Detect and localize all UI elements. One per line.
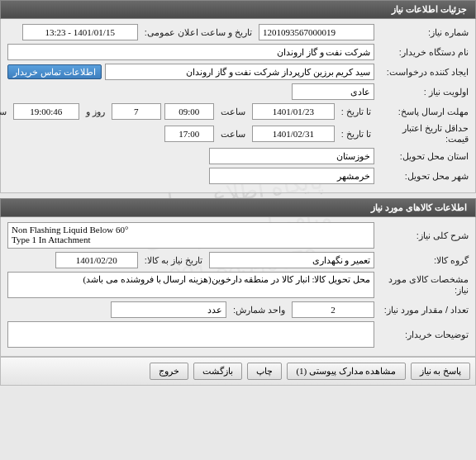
- panel-need-details: جزئیات اطلاعات نیاز شماره نیاز: تاریخ و …: [0, 0, 476, 193]
- deadline-time-field[interactable]: [164, 103, 214, 120]
- spec-field[interactable]: [7, 272, 374, 298]
- attachments-button[interactable]: مشاهده مدارک پیوستی (1): [287, 363, 405, 380]
- until-label-1: تا تاریخ :: [338, 107, 374, 117]
- announce-label: تاریخ و ساعت اعلان عمومی:: [141, 27, 255, 38]
- need-date-field[interactable]: [55, 252, 138, 268]
- panel-items: اطلاعات کالاهای مورد نیاز شرح کلی نیاز: …: [0, 198, 476, 357]
- desc-label: شرح کلی نیاز:: [378, 230, 469, 241]
- need-date-label: تاریخ نیاز به کالا:: [141, 255, 206, 266]
- group-label: گروه کالا:: [378, 255, 469, 266]
- validity-date-field[interactable]: [252, 126, 335, 142]
- buyer-field[interactable]: [7, 44, 374, 60]
- group-field[interactable]: [209, 252, 374, 268]
- priority-field[interactable]: [292, 83, 374, 100]
- city-field[interactable]: [209, 168, 374, 184]
- notes-label: توضیحات خریدار:: [378, 330, 469, 340]
- countdown-field: [13, 103, 79, 120]
- unit-label: واحد شمارش:: [230, 305, 288, 315]
- creator-field[interactable]: [105, 64, 374, 80]
- panel1-title: جزئیات اطلاعات نیاز: [0, 0, 476, 19]
- need-no-field[interactable]: [259, 24, 374, 40]
- respond-button[interactable]: پاسخ به نیاز: [411, 363, 471, 380]
- until-label-2: تا تاریخ :: [338, 129, 374, 140]
- validity-time-field[interactable]: [164, 126, 214, 142]
- validity-label: حداقل تاریخ اعتبار قیمت:: [378, 123, 469, 145]
- time-label-2: ساعت: [217, 129, 249, 140]
- deadline-date-field[interactable]: [252, 103, 335, 120]
- creator-label: ایجاد کننده درخواست:: [378, 67, 469, 78]
- qty-field[interactable]: [292, 301, 374, 318]
- buyer-label: نام دستگاه خریدار:: [378, 47, 469, 58]
- priority-label: اولویت نیاز :: [378, 87, 469, 97]
- deadline-label: مهلت ارسال پاسخ:: [378, 107, 469, 117]
- notes-field[interactable]: [7, 321, 374, 348]
- qty-label: تعداد / مقدار مورد نیاز:: [378, 305, 469, 315]
- contact-buyer-button[interactable]: اطلاعات تماس خریدار: [7, 64, 102, 79]
- unit-field[interactable]: [111, 301, 226, 318]
- need-no-label: شماره نیاز:: [378, 27, 469, 38]
- panel2-title: اطلاعات کالاهای مورد نیاز: [0, 198, 476, 217]
- days-label: روز و: [83, 107, 108, 117]
- desc-field[interactable]: [7, 222, 374, 249]
- spec-label: مشخصات کالای مورد نیاز:: [378, 274, 469, 296]
- footer-toolbar: پاسخ به نیاز مشاهده مدارک پیوستی (1) چاپ…: [0, 357, 476, 386]
- time-label-1: ساعت: [217, 107, 249, 117]
- remain-label: ساعت باقی مانده: [0, 107, 10, 117]
- print-button[interactable]: چاپ: [247, 363, 282, 380]
- days-field[interactable]: [112, 103, 161, 120]
- province-label: استان محل تحویل:: [378, 151, 469, 162]
- city-label: شهر محل تحویل:: [378, 171, 469, 182]
- exit-button[interactable]: خروج: [150, 363, 188, 380]
- announce-field[interactable]: [22, 24, 138, 40]
- province-field[interactable]: [209, 148, 374, 164]
- back-button[interactable]: بازگشت: [193, 363, 242, 380]
